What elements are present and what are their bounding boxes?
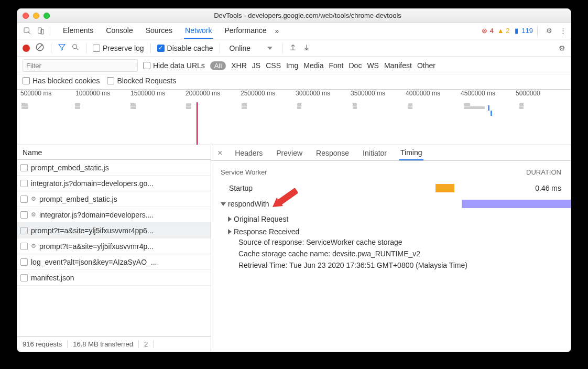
chevron-down-icon — [267, 47, 273, 50]
request-name: prompt_embed_static.js — [31, 164, 109, 172]
tab-elements[interactable]: Elements — [62, 23, 94, 39]
close-detail-button[interactable]: × — [217, 148, 222, 158]
devtools-window: DevTools - developers.google.com/web/too… — [17, 8, 571, 352]
window-title: DevTools - developers.google.com/web/too… — [50, 12, 565, 19]
tree-original-request[interactable]: Original Request — [228, 213, 561, 225]
timeline-activity — [488, 105, 489, 111]
request-name: prompt_embed_static.js — [39, 195, 117, 203]
request-row[interactable]: integrator.js?domain=developers.go... — [17, 176, 211, 191]
respondwith-bar — [462, 200, 571, 208]
separator — [51, 44, 51, 53]
more-icon[interactable]: ⋮ — [560, 27, 567, 35]
request-name: integrator.js?domain=developers.go... — [31, 179, 154, 188]
request-row[interactable]: manifest.json — [17, 270, 211, 286]
filter-bar-2: Has blocked cookies Blocked Requests — [17, 74, 571, 90]
separator — [86, 44, 86, 53]
filter-type-manifest[interactable]: Manifest — [384, 61, 412, 70]
annotation-arrow — [271, 188, 298, 209]
file-icon — [20, 211, 28, 219]
separator — [282, 44, 282, 53]
file-icon — [20, 227, 28, 234]
filter-type-ws[interactable]: WS — [367, 61, 379, 70]
request-row[interactable]: ⚙integrator.js?domain=developers.... — [17, 207, 211, 223]
file-icon — [20, 243, 28, 250]
device-toggle-icon[interactable] — [35, 25, 47, 37]
request-name: manifest.json — [31, 274, 74, 282]
transferred-size: 16.8 MB transferred — [68, 340, 139, 348]
tab-network[interactable]: Network — [184, 23, 213, 39]
request-list-body: prompt_embed_static.jsintegrator.js?doma… — [17, 160, 211, 336]
filter-type-css[interactable]: CSS — [266, 61, 281, 70]
message-count[interactable]: ▮119 — [513, 27, 533, 35]
titlebar: DevTools - developers.google.com/web/too… — [17, 9, 571, 23]
timeline-labels: 500000 ms1000000 ms1500000 ms2000000 ms2… — [17, 90, 571, 101]
inspect-icon[interactable] — [21, 25, 33, 37]
request-row[interactable]: ⚙prompt_embed_static.js — [17, 191, 211, 207]
filter-type-other[interactable]: Other — [417, 61, 435, 70]
search-icon[interactable] — [71, 43, 80, 53]
tab-response[interactable]: Response — [315, 146, 350, 160]
request-row[interactable]: prompt?t=a&site=ylj5ifxusvvmr4pp6... — [17, 223, 211, 238]
filter-type-js[interactable]: JS — [252, 61, 260, 70]
tree-response-received[interactable]: Response Received — [228, 225, 561, 238]
tab-initiator[interactable]: Initiator — [362, 146, 388, 160]
file-icon — [20, 164, 28, 171]
filter-type-doc[interactable]: Doc — [349, 61, 362, 70]
request-name: integrator.js?domain=developers.... — [39, 211, 154, 219]
separator — [50, 26, 50, 36]
record-button[interactable] — [23, 45, 30, 52]
footer-extra: 2 — [139, 340, 154, 348]
tab-preview[interactable]: Preview — [275, 146, 303, 160]
request-row[interactable]: log_event?alt=json&key=AIzaSyAO_... — [17, 254, 211, 270]
error-count[interactable]: ⊗4 — [481, 27, 494, 35]
separator — [537, 26, 538, 36]
throttle-select[interactable]: Online — [226, 43, 276, 53]
filter-type-img[interactable]: Img — [286, 61, 298, 70]
has-blocked-cookies-checkbox[interactable]: Has blocked cookies — [23, 77, 100, 85]
timeline-overview[interactable]: 500000 ms1000000 ms1500000 ms2000000 ms2… — [17, 90, 571, 145]
network-settings-icon[interactable]: ⚙ — [559, 44, 565, 52]
tab-timing[interactable]: Timing — [399, 146, 423, 160]
filter-bar: Hide data URLs All XHR JS CSS Img Media … — [17, 57, 571, 74]
separator — [150, 44, 151, 53]
tab-performance[interactable]: Performance — [223, 23, 267, 39]
tab-headers[interactable]: Headers — [234, 146, 264, 160]
clear-button[interactable] — [35, 42, 45, 53]
preserve-log-checkbox[interactable]: Preserve log — [93, 44, 144, 52]
network-toolbar: Preserve log Disable cache Online ⚙ — [17, 39, 571, 57]
settings-icon[interactable]: ⚙ — [546, 27, 552, 35]
warning-count[interactable]: ▲2 — [497, 27, 509, 35]
request-row[interactable]: prompt_embed_static.js — [17, 160, 211, 176]
filter-type-all[interactable]: All — [210, 61, 226, 70]
filter-icon[interactable] — [58, 43, 66, 53]
request-name: log_event?alt=json&key=AIzaSyAO_... — [31, 258, 157, 266]
disable-cache-checkbox[interactable]: Disable cache — [157, 44, 213, 52]
download-har-icon[interactable] — [302, 43, 311, 53]
tabs-overflow-button[interactable]: » — [275, 27, 279, 35]
filter-type-media[interactable]: Media — [303, 61, 323, 70]
filter-type-xhr[interactable]: XHR — [231, 61, 247, 70]
request-row[interactable]: ⚙prompt?t=a&site=ylj5ifxusvvmr4p... — [17, 238, 211, 254]
duration-header: DURATION — [526, 168, 561, 176]
upload-har-icon[interactable] — [289, 43, 297, 53]
close-window-button[interactable] — [23, 13, 29, 19]
tab-sources[interactable]: Sources — [145, 23, 173, 39]
blocked-requests-checkbox[interactable]: Blocked Requests — [107, 77, 176, 85]
info-source: Source of response: ServiceWorker cache … — [238, 238, 561, 249]
detail-pane: × Headers Preview Response Initiator Tim… — [211, 145, 571, 352]
filter-input[interactable] — [23, 59, 138, 72]
request-name: prompt?t=a&site=ylj5ifxusvvmr4p... — [39, 242, 154, 251]
minimize-window-button[interactable] — [33, 13, 39, 19]
hide-data-urls-checkbox[interactable]: Hide data URLs — [143, 61, 205, 70]
filter-type-font[interactable]: Font — [329, 61, 343, 70]
timing-panel: Service Worker DURATION Startup 0.46 ms … — [211, 161, 571, 352]
zoom-window-button[interactable] — [43, 13, 50, 19]
request-list-header[interactable]: Name — [17, 145, 211, 160]
expand-icon — [221, 202, 226, 206]
gear-icon: ⚙ — [31, 196, 36, 202]
request-list-footer: 916 requests 16.8 MB transferred 2 — [17, 336, 211, 352]
info-cache-name: Cache storage cache name: devsite.pwa_RU… — [238, 249, 561, 261]
separator — [220, 44, 220, 53]
tab-console[interactable]: Console — [105, 23, 134, 39]
file-icon — [20, 258, 28, 266]
